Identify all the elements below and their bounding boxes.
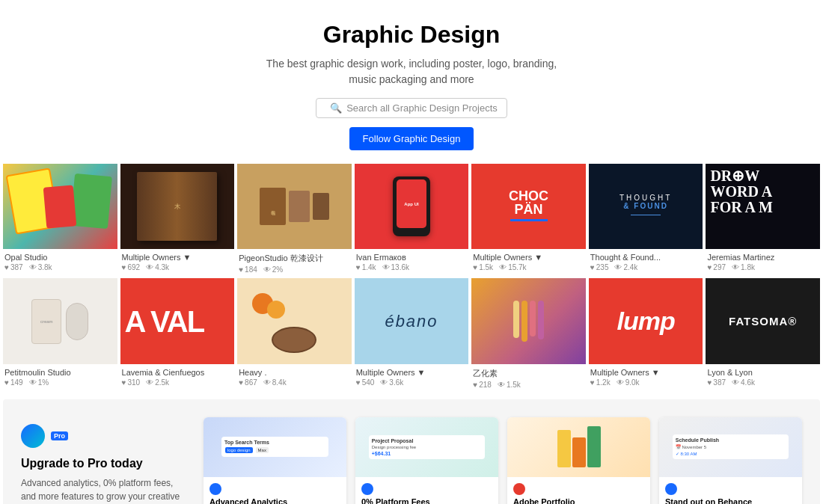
follow-button[interactable]: Follow Graphic Design bbox=[349, 127, 474, 150]
gallery-item[interactable]: Opal Studio♥ 387👁 3.8k bbox=[3, 164, 117, 275]
views-count: 👁 3.8k bbox=[29, 263, 52, 271]
eye-icon: 👁 bbox=[499, 263, 507, 271]
heart-icon: ♥ bbox=[4, 378, 9, 387]
likes-count: ♥ 387 bbox=[707, 378, 726, 387]
page-header: Graphic Design The best graphic design w… bbox=[0, 0, 823, 164]
behance-logo-circle bbox=[21, 424, 45, 448]
item-owner: Lyon & Lyon bbox=[707, 368, 819, 377]
item-owner: PigeonStudio 乾漆设计 bbox=[239, 253, 350, 264]
gallery-item[interactable]: CHOC PÄN Multiple Owners ▼♥ 1.5k👁 15.7k bbox=[471, 164, 586, 275]
item-stats: ♥ 1.5k👁 15.7k bbox=[473, 263, 584, 271]
item-stats: ♥ 1.2k👁 9.0k bbox=[590, 378, 702, 387]
upgrade-left: Pro Upgrade to Pro today Advanced analyt… bbox=[21, 424, 186, 504]
eye-icon: 👁 bbox=[617, 378, 624, 387]
gallery-thumb: lump bbox=[589, 278, 703, 363]
heart-icon: ♥ bbox=[707, 378, 712, 387]
eye-icon: 👁 bbox=[380, 378, 388, 387]
item-owner: Multiple Owners ▼ bbox=[473, 253, 584, 262]
upgrade-description: Advanced analytics, 0% platform fees, an… bbox=[21, 476, 186, 504]
heart-icon: ♥ bbox=[4, 263, 9, 271]
gallery-item[interactable]: A VAL Lavemia & Cienfuegos♥ 310👁 2.5k bbox=[120, 278, 235, 390]
feature-icon bbox=[513, 483, 525, 495]
views-count: 👁 15.7k bbox=[499, 263, 526, 271]
eye-icon: 👁 bbox=[263, 265, 271, 274]
eye-icon: 👁 bbox=[614, 263, 622, 271]
upgrade-logo-row: Pro bbox=[21, 424, 186, 448]
item-owner: Multiple Owners ▼ bbox=[122, 253, 233, 262]
views-count: 👁 1.5k bbox=[498, 381, 521, 389]
search-icon: 🔍 bbox=[330, 102, 342, 114]
search-bar[interactable]: 🔍 Search all Graphic Design Projects bbox=[316, 98, 507, 118]
eye-icon: 👁 bbox=[732, 378, 739, 387]
gallery-thumb: 木 bbox=[120, 164, 235, 249]
gallery-item[interactable]: lump Multiple Owners ▼♥ 1.2k👁 9.0k bbox=[589, 278, 703, 390]
views-count: 👁 9.0k bbox=[617, 378, 640, 387]
views-count: 👁 8.4k bbox=[263, 378, 287, 387]
likes-count: ♥ 387 bbox=[4, 263, 23, 271]
feature-card-body: Advanced Analytics Understand your audie… bbox=[204, 477, 346, 504]
item-owner: Multiple Owners ▼ bbox=[590, 368, 702, 377]
gallery-thumb: cream bbox=[3, 278, 117, 363]
item-stats: ♥ 540👁 3.6k bbox=[356, 378, 468, 387]
eye-icon: 👁 bbox=[146, 378, 153, 387]
gallery-item[interactable]: ébano Multiple Owners ▼♥ 540👁 3.6k bbox=[355, 278, 469, 390]
gallery-item[interactable]: 乙化素♥ 218👁 1.5k bbox=[471, 278, 586, 390]
gallery-item[interactable]: DR⊕W WORD A FOR A M Jeremias Martinez♥ 2… bbox=[706, 164, 820, 275]
feature-title: Stand out on Behance bbox=[665, 497, 796, 504]
views-count: 👁 4.3k bbox=[146, 263, 169, 271]
feature-card: Adobe Portfolio Showcase your work on yo… bbox=[507, 417, 650, 504]
eye-icon: 👁 bbox=[498, 381, 505, 389]
gallery-thumb bbox=[237, 278, 352, 363]
gallery-item[interactable]: THOUGHT & FOUND Thought & Found...♥ 235👁… bbox=[589, 164, 703, 275]
heart-icon: ♥ bbox=[239, 265, 243, 274]
gallery-item[interactable]: 包装 PigeonStudio 乾漆设计♥ 184👁 2% bbox=[237, 164, 352, 275]
feature-card-body: Adobe Portfolio Showcase your work on yo… bbox=[507, 477, 650, 504]
likes-count: ♥ 1.5k bbox=[473, 263, 493, 271]
gallery-item[interactable]: App UI Ivan Ermaков♥ 1.4k👁 13.6k bbox=[355, 164, 469, 275]
item-stats: ♥ 149👁 1% bbox=[4, 378, 116, 387]
feature-title: Adobe Portfolio bbox=[513, 497, 644, 504]
eye-icon: 👁 bbox=[146, 263, 153, 271]
heart-icon: ♥ bbox=[473, 381, 477, 389]
views-count: 👁 4.6k bbox=[732, 378, 755, 387]
gallery-item[interactable]: cream Petitmoulin Studio♥ 149👁 1% bbox=[3, 278, 117, 390]
feature-card-body: 0% Platform Fees Earn more money on Beha… bbox=[355, 477, 498, 504]
page-description: The best graphic design work, including … bbox=[15, 56, 808, 87]
likes-count: ♥ 692 bbox=[122, 263, 141, 271]
gallery-thumb: FATSOMA® bbox=[706, 278, 820, 363]
gallery-item[interactable]: FATSOMA® Lyon & Lyon♥ 387👁 4.6k bbox=[706, 278, 820, 390]
eye-icon: 👁 bbox=[29, 378, 37, 387]
views-count: 👁 2.5k bbox=[146, 378, 169, 387]
upgrade-title: Upgrade to Pro today bbox=[21, 457, 186, 470]
upgrade-banner: Pro Upgrade to Pro today Advanced analyt… bbox=[3, 399, 820, 504]
views-count: 👁 2% bbox=[263, 265, 283, 274]
gallery-thumb: DR⊕W WORD A FOR A M bbox=[706, 164, 820, 249]
item-stats: ♥ 218👁 1.5k bbox=[473, 381, 584, 389]
feature-icon bbox=[665, 483, 677, 495]
item-owner: Ivan Ermaков bbox=[356, 253, 468, 262]
item-stats: ♥ 310👁 2.5k bbox=[122, 378, 233, 387]
pro-badge: Pro bbox=[51, 431, 68, 440]
feature-icon bbox=[361, 483, 373, 495]
gallery-thumb: THOUGHT & FOUND bbox=[589, 164, 703, 249]
feature-card-image: Project Proposal Design processing fee +… bbox=[355, 417, 498, 477]
item-owner: Petitmoulin Studio bbox=[4, 368, 116, 377]
gallery-item[interactable]: 木 Multiple Owners ▼♥ 692👁 4.3k bbox=[120, 164, 235, 275]
heart-icon: ♥ bbox=[590, 378, 595, 387]
likes-count: ♥ 1.4k bbox=[356, 263, 376, 271]
item-owner: Thought & Found... bbox=[590, 253, 702, 262]
feature-icon bbox=[209, 483, 221, 495]
item-owner: Multiple Owners ▼ bbox=[356, 368, 468, 377]
heart-icon: ♥ bbox=[122, 263, 126, 271]
gallery-item[interactable]: Heavy .♥ 867👁 8.4k bbox=[237, 278, 352, 390]
item-stats: ♥ 867👁 8.4k bbox=[239, 378, 350, 387]
item-stats: ♥ 387👁 4.6k bbox=[707, 378, 819, 387]
item-stats: ♥ 235👁 2.4k bbox=[590, 263, 702, 271]
likes-count: ♥ 867 bbox=[239, 378, 257, 387]
item-owner: Heavy . bbox=[239, 368, 350, 377]
eye-icon: 👁 bbox=[382, 263, 390, 271]
gallery-thumb bbox=[471, 278, 586, 363]
feature-card-body: Stand out on Behance Get more control ov… bbox=[659, 477, 802, 504]
gallery-row-2: cream Petitmoulin Studio♥ 149👁 1% A VAL … bbox=[0, 278, 823, 390]
gallery-thumb: A VAL bbox=[120, 278, 235, 363]
